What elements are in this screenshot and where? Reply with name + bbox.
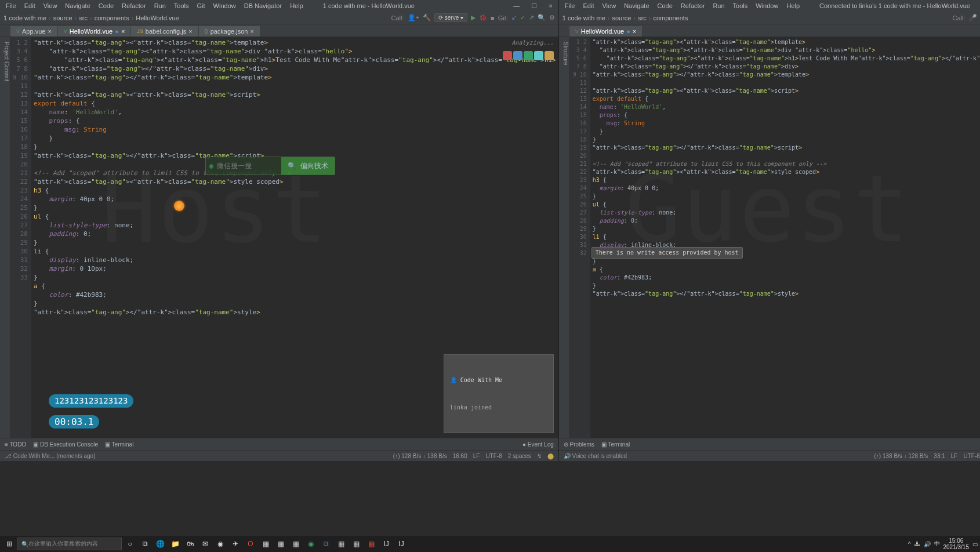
stop-button[interactable]: ■ bbox=[491, 14, 495, 21]
menu-code[interactable]: Code bbox=[95, 2, 117, 10]
g-menu-code[interactable]: Code bbox=[654, 2, 676, 10]
g-mic-icon[interactable]: 🎤 bbox=[969, 14, 977, 21]
g-status-lf[interactable]: LF bbox=[951, 453, 958, 459]
g-menu-tools[interactable]: Tools bbox=[729, 2, 752, 10]
menu-git[interactable]: Git bbox=[194, 2, 209, 10]
tb-opera[interactable]: O bbox=[244, 537, 257, 551]
bt-db[interactable]: ▣ DB Execution Console bbox=[33, 441, 98, 448]
tb-vscode[interactable]: ⧉ bbox=[319, 537, 333, 551]
bt-todo[interactable]: ≡ TODO bbox=[5, 441, 26, 448]
tb-app3[interactable]: ▦ bbox=[289, 537, 303, 551]
run-config-select[interactable]: ⟳ serve ▾ bbox=[434, 13, 467, 22]
participants-avatars[interactable] bbox=[503, 51, 554, 60]
g-menu-run[interactable]: Run bbox=[709, 2, 728, 10]
start-button[interactable]: ⊞ bbox=[2, 537, 16, 551]
tb-chrome[interactable]: ◉ bbox=[213, 537, 227, 551]
search-icon[interactable]: 🔍 bbox=[538, 14, 546, 21]
menu-file[interactable]: File bbox=[2, 2, 20, 10]
g-status-enc[interactable]: UTF-8 bbox=[963, 453, 979, 459]
system-tray[interactable]: ^ 🖧 🔊 中 15:06 2021/3/15 ▭ bbox=[908, 538, 978, 550]
run-button[interactable]: ▶ bbox=[471, 14, 476, 21]
g-structure-tool[interactable]: Structure bbox=[559, 37, 569, 438]
crumb-3[interactable]: components bbox=[95, 14, 129, 21]
tab-package[interactable]: {}package.json× bbox=[199, 26, 260, 37]
menu-help[interactable]: Help bbox=[286, 2, 307, 10]
g-menu-navigate[interactable]: Navigate bbox=[620, 2, 652, 10]
status-indent[interactable]: 2 spaces bbox=[508, 453, 531, 459]
tab-app[interactable]: VApp.vue× bbox=[10, 26, 58, 37]
tb-app1[interactable]: ▦ bbox=[259, 537, 273, 551]
g-tab-hello[interactable]: VHelloWorld.vue ●× bbox=[569, 26, 643, 37]
menu-run[interactable]: Run bbox=[151, 2, 169, 10]
minimize-button[interactable]: — bbox=[510, 2, 523, 10]
tb-telegram[interactable]: ✈ bbox=[228, 537, 242, 551]
close-button[interactable]: × bbox=[545, 2, 556, 10]
status-enc[interactable]: UTF-8 bbox=[485, 453, 502, 459]
tray-notifications-icon[interactable]: ▭ bbox=[972, 541, 978, 547]
status-ac[interactable]: ↯ bbox=[537, 453, 542, 459]
tray-date[interactable]: 2021/3/15 bbox=[943, 544, 970, 550]
settings-icon[interactable]: ⚙ bbox=[549, 14, 555, 21]
tab-hello[interactable]: VHelloWorld.vue ●× bbox=[58, 26, 132, 37]
tb-mail[interactable]: ✉ bbox=[198, 537, 212, 551]
status-cwm[interactable]: ⬤ bbox=[547, 453, 554, 459]
tb-app4[interactable]: ▦ bbox=[334, 537, 348, 551]
hammer-icon[interactable]: 🔨 bbox=[423, 14, 431, 21]
tray-ime-icon[interactable]: 中 bbox=[934, 540, 940, 548]
g-menu-file[interactable]: File bbox=[561, 2, 579, 10]
tb-app2[interactable]: ▦ bbox=[274, 537, 288, 551]
crumb-1[interactable]: source bbox=[53, 14, 72, 21]
tray-net-icon[interactable]: 🖧 bbox=[914, 541, 920, 547]
tray-up-icon[interactable]: ^ bbox=[908, 541, 911, 547]
tb-store[interactable]: 🛍 bbox=[183, 537, 197, 551]
git-pull-icon[interactable]: ↙ bbox=[511, 14, 517, 21]
tb-app5[interactable]: ▦ bbox=[349, 537, 363, 551]
menu-tools[interactable]: Tools bbox=[170, 2, 193, 10]
crumb-2[interactable]: src bbox=[79, 14, 88, 21]
tb-intellij[interactable]: IJ bbox=[379, 537, 393, 551]
tb-taskview[interactable]: ⧉ bbox=[138, 537, 152, 551]
g-crumb-3[interactable]: components bbox=[653, 14, 688, 21]
tb-edge[interactable]: 🌐 bbox=[153, 537, 167, 551]
tb-wechat[interactable]: ◉ bbox=[304, 537, 318, 551]
host-bottom-tools: ≡ TODO ▣ DB Execution Console ▣ Terminal… bbox=[0, 438, 558, 451]
menu-refactor[interactable]: Refactor bbox=[118, 2, 150, 10]
g-menu-help[interactable]: Help bbox=[783, 2, 803, 10]
crumb-4[interactable]: HelloWorld.vue bbox=[136, 14, 179, 21]
project-tool-window[interactable]: Project Commit bbox=[0, 37, 10, 438]
g-crumb-2[interactable]: src bbox=[638, 14, 647, 21]
menu-window[interactable]: Window bbox=[210, 2, 239, 10]
g-menu-window[interactable]: Window bbox=[752, 2, 782, 10]
editor-host[interactable]: "attr-k">class="tag-ang"><"attr-k">class… bbox=[31, 37, 558, 438]
editor-guest[interactable]: "attr-k">class="tag-ang"><"attr-k">class… bbox=[590, 37, 980, 438]
menu-edit[interactable]: Edit bbox=[21, 2, 39, 10]
tray-vol-icon[interactable]: 🔊 bbox=[924, 541, 931, 547]
menu-view[interactable]: View bbox=[40, 2, 61, 10]
git-push-icon[interactable]: ↗ bbox=[529, 14, 534, 21]
crumb-0[interactable]: 1 code with me bbox=[3, 14, 46, 21]
g-menu-view[interactable]: View bbox=[598, 2, 619, 10]
tray-time[interactable]: 15:06 bbox=[943, 538, 970, 544]
g-bt-terminal[interactable]: ▣ Terminal bbox=[601, 441, 630, 448]
debug-button[interactable]: 🐞 bbox=[479, 14, 487, 21]
taskbar-search[interactable]: 🔍 在这里输入你要搜索的内容 bbox=[17, 538, 122, 550]
g-crumb-1[interactable]: source bbox=[612, 14, 631, 21]
status-lf[interactable]: LF bbox=[473, 453, 480, 459]
tb-cortana[interactable]: ○ bbox=[123, 537, 137, 551]
menu-dbn[interactable]: DB Navigator bbox=[241, 2, 285, 10]
tb-intellij2[interactable]: IJ bbox=[394, 537, 408, 551]
tab-babel[interactable]: JSbabel.config.js× bbox=[131, 26, 198, 37]
bt-terminal[interactable]: ▣ Terminal bbox=[105, 441, 133, 448]
tb-explorer[interactable]: 📁 bbox=[168, 537, 182, 551]
g-crumb-0[interactable]: 1 code with me bbox=[562, 14, 605, 21]
maximize-button[interactable]: ☐ bbox=[528, 2, 540, 10]
menu-navigate[interactable]: Navigate bbox=[61, 2, 93, 10]
g-menu-edit[interactable]: Edit bbox=[580, 2, 598, 10]
g-bt-problems[interactable]: ⊘ Problems bbox=[564, 441, 594, 448]
git-commit-icon[interactable]: ✓ bbox=[520, 14, 525, 21]
event-log-button[interactable]: ● Event Log bbox=[522, 441, 554, 448]
notification-toast[interactable]: 👤 Code With Me linka joined bbox=[444, 354, 554, 433]
g-menu-refactor[interactable]: Refactor bbox=[677, 2, 709, 10]
user-add-icon[interactable]: 👤+ bbox=[408, 14, 419, 21]
tb-app6[interactable]: ▦ bbox=[364, 537, 378, 551]
